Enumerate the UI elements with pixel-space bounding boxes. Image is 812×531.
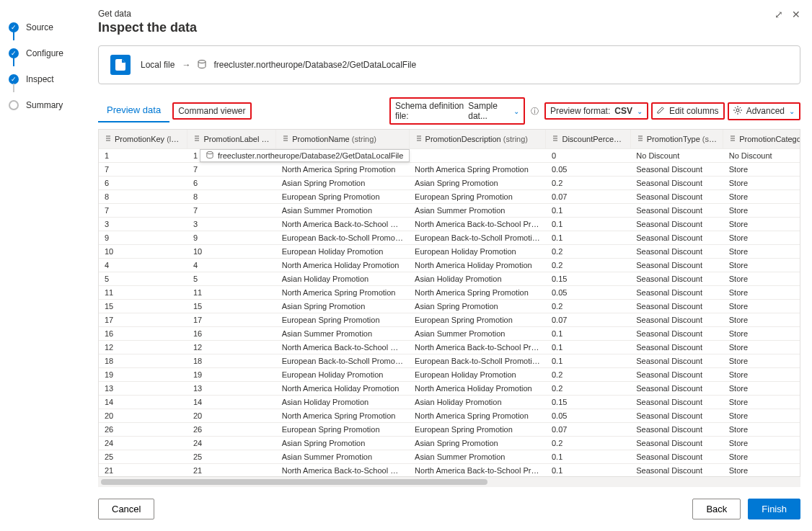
table-cell: Asian Spring Promotion	[276, 176, 409, 189]
close-icon[interactable]: ✕	[792, 9, 800, 20]
column-header[interactable]: PromotionType (string)	[630, 130, 723, 148]
table-cell: Store	[723, 409, 800, 422]
column-header[interactable]: PromotionName (string)	[276, 130, 409, 148]
table-cell: 0.15	[546, 272, 630, 285]
column-header[interactable]: DiscountPercent (real)	[546, 130, 630, 148]
table-cell: Seasonal Discount	[630, 176, 723, 189]
info-icon[interactable]: ⓘ	[531, 106, 539, 117]
table-row[interactable]: 1616Asian Summer PromotionAsian Summer P…	[99, 326, 800, 340]
table-cell: European Back-to-Scholl Promotion	[409, 354, 546, 367]
table-cell: European Back-to-Scholl Promotion	[276, 231, 409, 244]
table-row[interactable]: 44North America Holiday PromotionNorth A…	[99, 258, 800, 272]
table-cell: Seasonal Discount	[630, 326, 723, 340]
step-configure[interactable]: ✓ Configure	[9, 40, 78, 66]
table-cell: European Back-to-Scholl Promotion	[409, 231, 546, 244]
table-row[interactable]: 1010European Holiday PromotionEuropean H…	[99, 244, 800, 258]
table-cell: Store	[723, 395, 800, 409]
table-cell: Asian Spring Promotion	[276, 436, 409, 450]
table-row[interactable]: 77Asian Summer PromotionAsian Summer Pro…	[99, 203, 800, 217]
schema-definition-dropdown[interactable]: Schema definition file: Sample dat... ⌄	[389, 97, 525, 125]
table-cell: 0.1	[546, 217, 630, 231]
table-row[interactable]: 1111North America Spring PromotionNorth …	[99, 285, 800, 299]
step-source[interactable]: ✓ Source	[9, 14, 78, 40]
table-row[interactable]: 1313North America Holiday PromotionNorth…	[99, 381, 800, 395]
table-cell: North America Back-to-School Promotion	[409, 340, 546, 354]
column-type-icon	[105, 135, 112, 142]
arrow-icon: →	[182, 60, 190, 70]
table-cell: Seasonal Discount	[630, 354, 723, 367]
step-inspect[interactable]: ✓ Inspect	[9, 66, 78, 92]
table-cell: 5	[187, 272, 276, 285]
table-cell: North America Holiday Promotion	[409, 381, 546, 395]
pencil-icon	[657, 106, 665, 116]
table-row[interactable]: 2020North America Spring PromotionNorth …	[99, 409, 800, 422]
step-summary[interactable]: Summary	[9, 92, 78, 118]
table-row[interactable]: 1919European Holiday PromotionEuropean H…	[99, 367, 800, 381]
table-cell: 0.1	[546, 231, 630, 244]
table-cell: 6	[187, 176, 276, 189]
table-row[interactable]: 77North America Spring PromotionNorth Am…	[99, 162, 800, 176]
table-row[interactable]: 2424Asian Spring PromotionAsian Spring P…	[99, 436, 800, 450]
table-cell: Store	[723, 244, 800, 258]
column-type-icon	[193, 135, 200, 142]
table-cell: 3	[99, 217, 187, 231]
table-row[interactable]: 2626European Spring PromotionEuropean Sp…	[99, 422, 800, 436]
table-cell: 13	[187, 381, 276, 395]
cancel-button[interactable]: Cancel	[98, 499, 154, 519]
table-row[interactable]: 88European Spring PromotionEuropean Spri…	[99, 189, 800, 203]
table-cell: Seasonal Discount	[630, 450, 723, 463]
table-cell: 6	[99, 176, 187, 189]
table-cell: 26	[187, 422, 276, 436]
table-cell: Store	[723, 299, 800, 313]
table-row[interactable]: 55Asian Holiday PromotionAsian Holiday P…	[99, 272, 800, 285]
tab-command-viewer[interactable]: Command viewer	[172, 102, 251, 120]
table-row[interactable]: 2121North America Back-to-School Promoti…	[99, 463, 800, 477]
table-cell: Store	[723, 231, 800, 244]
table-cell: Store	[723, 258, 800, 272]
table-cell: Asian Holiday Promotion	[276, 395, 409, 409]
table-cell: 0.2	[546, 436, 630, 450]
horizontal-scrollbar[interactable]	[98, 477, 800, 487]
table-cell: 0.1	[546, 450, 630, 463]
expand-icon[interactable]: ⤢	[775, 9, 783, 20]
column-header[interactable]: PromotionLabel (long)	[187, 130, 276, 148]
table-row[interactable]: 1212North America Back-to-School Promoti…	[99, 340, 800, 354]
table-row[interactable]: 99European Back-to-Scholl PromotionEurop…	[99, 231, 800, 244]
table-row[interactable]: 66Asian Spring PromotionAsian Spring Pro…	[99, 176, 800, 189]
table-row[interactable]: 33North America Back-to-School Promotion…	[99, 217, 800, 231]
circle-icon	[9, 100, 19, 110]
table-cell: 16	[187, 326, 276, 340]
table-row[interactable]: 2525Asian Summer PromotionAsian Summer P…	[99, 450, 800, 463]
edit-columns-button[interactable]: Edit columns	[651, 102, 725, 120]
table-cell: 0.05	[546, 409, 630, 422]
preview-format-dropdown[interactable]: Preview format: CSV ⌄	[544, 102, 648, 120]
table-cell: North America Back-to-School Promotion	[409, 217, 546, 231]
table-cell: 9	[99, 231, 187, 244]
back-button[interactable]: Back	[692, 499, 741, 519]
table-row[interactable]: 1414Asian Holiday PromotionAsian Holiday…	[99, 395, 800, 409]
column-header[interactable]: PromotionKey (long)	[99, 130, 187, 148]
chevron-down-icon: ⌄	[637, 107, 643, 115]
table-cell: North America Spring Promotion	[409, 162, 546, 176]
wizard-stepper: ✓ Source ✓ Configure ✓ Inspect Summary	[0, 0, 87, 531]
table-cell: 15	[99, 299, 187, 313]
advanced-dropdown[interactable]: Advanced ⌄	[728, 102, 800, 120]
table-row[interactable]: 1818European Back-to-Scholl PromotionEur…	[99, 354, 800, 367]
table-row[interactable]: 1515Asian Spring PromotionAsian Spring P…	[99, 299, 800, 313]
svg-point-0	[198, 60, 206, 63]
table-cell: Seasonal Discount	[630, 395, 723, 409]
column-header[interactable]: PromotionDescription (string)	[409, 130, 546, 148]
table-cell: Asian Summer Promotion	[409, 450, 546, 463]
table-cell: Seasonal Discount	[630, 272, 723, 285]
finish-button[interactable]: Finish	[748, 499, 800, 519]
column-header[interactable]: PromotionCategory (string)	[723, 130, 800, 148]
column-type-icon	[729, 135, 736, 142]
table-cell: 10	[99, 244, 187, 258]
table-cell: 20	[99, 409, 187, 422]
table-row[interactable]: 1717European Spring PromotionEuropean Sp…	[99, 313, 800, 326]
table-cell: Seasonal Discount	[630, 299, 723, 313]
table-cell: Asian Summer Promotion	[276, 450, 409, 463]
table-cell: European Holiday Promotion	[276, 367, 409, 381]
table-cell: Store	[723, 381, 800, 395]
tab-preview-data[interactable]: Preview data	[98, 100, 169, 122]
